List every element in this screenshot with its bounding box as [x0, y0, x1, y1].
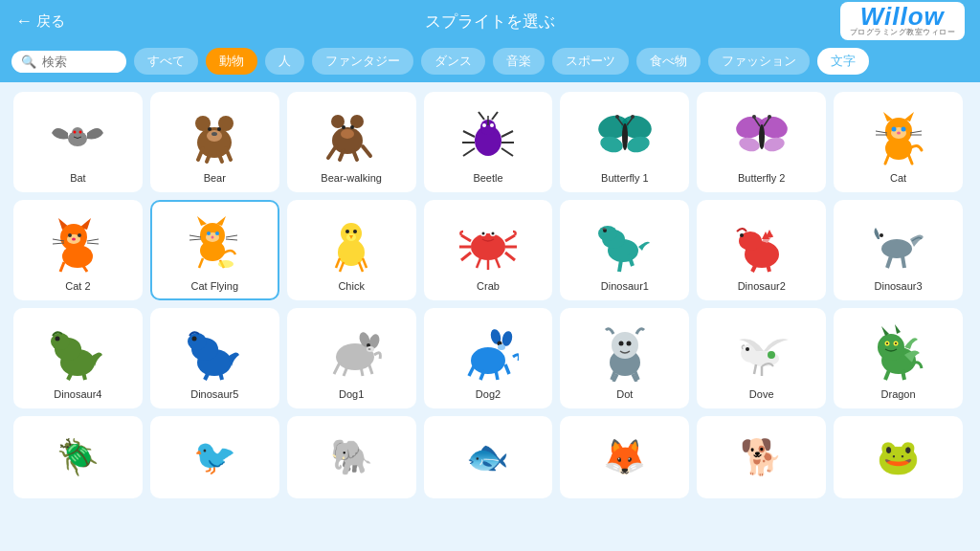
sprite-card-dinosaur4[interactable]: Dinosaur4 — [13, 308, 143, 408]
svg-point-56 — [752, 115, 756, 119]
svg-point-44 — [622, 123, 628, 150]
sprite-card-cat2[interactable]: Cat 2 — [13, 200, 143, 300]
svg-point-93 — [212, 235, 214, 238]
sprite-card-dot[interactable]: Dot — [560, 308, 689, 408]
sprite-label-dot: Dot — [616, 388, 633, 401]
svg-line-174 — [469, 364, 475, 376]
sprite-icon-partial3: 🐘 — [318, 424, 385, 491]
header: ← 戻る スプライトを選ぶ Willow プログラミング教室ウィロー — [0, 0, 980, 42]
sprite-card-dinosaur1[interactable]: Dinosaur1 — [560, 200, 689, 300]
main-content: Bat Bear Bear-walking — [0, 82, 980, 547]
sprite-icon-partial4: 🐟 — [455, 424, 522, 491]
filter-btn-food[interactable]: 食べ物 — [636, 48, 701, 75]
svg-point-48 — [631, 115, 635, 119]
svg-line-166 — [361, 366, 363, 376]
sprite-card-chick[interactable]: Chick — [287, 200, 416, 300]
svg-point-47 — [615, 115, 619, 119]
sprite-card-cat[interactable]: Cat — [834, 92, 963, 192]
svg-point-193 — [878, 334, 904, 361]
filter-btn-music[interactable]: 音楽 — [493, 48, 545, 75]
sprite-card-dog1[interactable]: Dog1 — [287, 308, 416, 408]
svg-point-181 — [626, 341, 631, 345]
svg-line-26 — [363, 146, 370, 156]
svg-line-38 — [492, 112, 498, 120]
svg-line-83 — [87, 243, 99, 244]
sprite-icon-dinosaur3 — [865, 209, 932, 276]
sprite-icon-partial5: 🦊 — [591, 424, 658, 491]
svg-point-22 — [350, 125, 354, 129]
sprite-icon-dinosaur4 — [44, 318, 111, 385]
filter-buttons: すべて動物人ファンタジーダンス音楽スポーツ食べ物ファッション文字 — [134, 48, 869, 75]
sprite-card-partial7[interactable]: 🐸 — [834, 416, 963, 498]
filter-btn-fantasy[interactable]: ファンタジー — [312, 48, 413, 75]
sprite-icon-bear — [181, 101, 248, 168]
svg-point-11 — [212, 132, 217, 136]
svg-line-25 — [353, 150, 357, 160]
sprite-card-bat[interactable]: Bat — [13, 92, 143, 192]
sprite-card-butterfly1[interactable]: Butterfly 1 — [560, 92, 689, 192]
svg-line-164 — [334, 363, 340, 374]
svg-point-43 — [625, 134, 651, 155]
svg-point-77 — [68, 233, 72, 237]
sprite-label-dove: Dove — [749, 388, 774, 401]
back-arrow-icon: ← — [15, 11, 33, 32]
svg-point-21 — [342, 125, 345, 129]
filter-btn-text[interactable]: 文字 — [817, 48, 869, 75]
sprite-card-partial1[interactable]: 🪲 — [13, 416, 143, 498]
sprite-label-beetle: Beetle — [473, 172, 502, 185]
sprite-label-crab: Crab — [477, 280, 500, 293]
sprite-card-partial3[interactable]: 🐘 — [287, 416, 416, 498]
filter-btn-dance[interactable]: ダンス — [421, 48, 485, 75]
sprite-card-dinosaur3[interactable]: Dinosaur3 — [834, 200, 963, 300]
filter-btn-all[interactable]: すべて — [134, 48, 198, 75]
sprite-icon-dinosaur1 — [591, 209, 658, 276]
svg-point-128 — [598, 226, 617, 241]
svg-marker-86 — [197, 216, 207, 226]
sprite-card-partial2[interactable]: 🐦 — [150, 416, 279, 498]
filter-btn-person[interactable]: 人 — [265, 48, 304, 75]
sprite-card-partial6[interactable]: 🐕 — [697, 416, 826, 498]
sprite-card-partial5[interactable]: 🦊 — [560, 416, 689, 498]
sprite-card-partial4[interactable]: 🐟 — [424, 416, 553, 498]
sprite-label-dinosaur2: Dinosaur2 — [738, 280, 786, 293]
sprite-label-butterfly2: Butterfly 2 — [738, 172, 786, 185]
sprite-label-dog2: Dog2 — [476, 388, 501, 401]
svg-line-70 — [885, 154, 889, 164]
sprite-card-dove[interactable]: Dove — [697, 308, 826, 408]
sprite-icon-dot — [591, 318, 658, 385]
sprite-card-bear[interactable]: Bear — [150, 92, 279, 192]
sprite-card-butterfly2[interactable]: Butterfly 2 — [697, 92, 826, 192]
sprite-card-crab[interactable]: Crab — [424, 200, 553, 300]
svg-line-34 — [501, 148, 513, 156]
svg-line-120 — [505, 235, 515, 241]
sprite-icon-butterfly1 — [591, 101, 658, 168]
svg-line-15 — [226, 148, 231, 160]
sprite-card-cat-flying[interactable]: Cat Flying — [150, 200, 279, 300]
sprite-card-dragon[interactable]: Dragon — [834, 308, 963, 408]
sprite-label-dog1: Dog1 — [339, 388, 364, 401]
sprite-grid-container[interactable]: Bat Bear Bear-walking — [13, 92, 967, 538]
sprite-card-bear-walking[interactable]: Bear-walking — [287, 92, 416, 192]
back-button[interactable]: ← 戻る — [15, 11, 65, 32]
sprite-icon-cat2 — [44, 209, 111, 276]
filter-btn-animal[interactable]: 動物 — [206, 48, 257, 75]
sprite-card-dinosaur5[interactable]: Dinosaur5 — [150, 308, 279, 408]
sprite-icon-dog2 — [455, 318, 522, 385]
sprite-icon-partial1: 🪲 — [44, 424, 111, 491]
svg-point-140 — [881, 239, 912, 258]
svg-point-53 — [759, 124, 765, 149]
page-title: スプライトを選ぶ — [425, 11, 555, 33]
sprite-card-beetle[interactable]: Beetle — [424, 92, 553, 192]
svg-point-115 — [481, 231, 484, 234]
sprite-card-dinosaur2[interactable]: Dinosaur2 — [697, 200, 826, 300]
svg-point-65 — [897, 131, 901, 134]
sprite-card-dog2[interactable]: Dog2 — [424, 308, 553, 408]
sprite-label-dragon: Dragon — [881, 388, 916, 401]
filter-btn-sports[interactable]: スポーツ — [552, 48, 629, 75]
svg-line-29 — [463, 131, 475, 137]
svg-line-94 — [189, 235, 201, 237]
svg-line-23 — [328, 146, 336, 158]
filter-btn-fashion[interactable]: ファッション — [708, 48, 810, 75]
search-input[interactable] — [42, 55, 109, 69]
sprite-label-dinosaur3: Dinosaur3 — [875, 280, 923, 293]
